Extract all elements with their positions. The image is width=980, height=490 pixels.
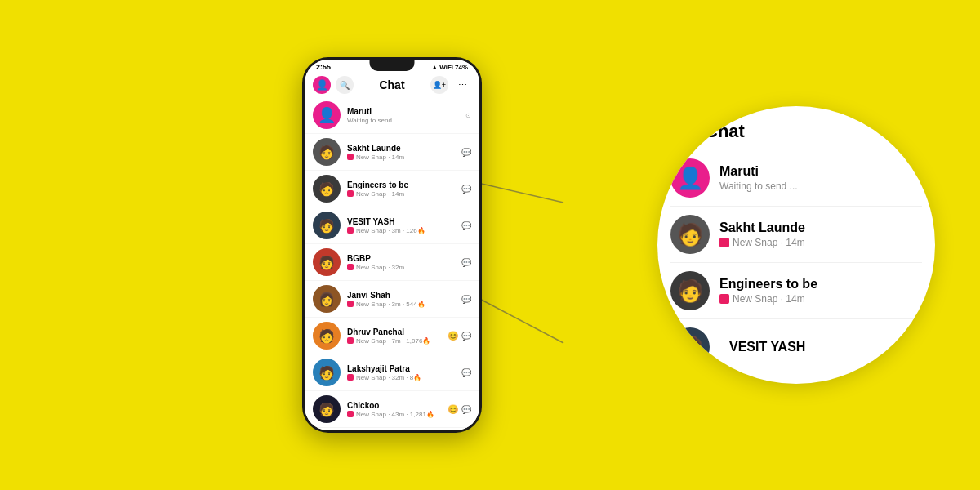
phone-screen: 2:55 ▲ WiFi 74% 👤 🔍 Chat 👤+ ⋯ [305, 60, 479, 430]
chat-sub: New Snap · 14m [347, 154, 461, 161]
zoom-info-engineers: Engineers to be New Snap · 14m [719, 277, 922, 305]
wifi-icon: WiFi [439, 64, 453, 71]
zoom-list: 👤 Maruti Waiting to send ... 🧑 Sakht Lau… [657, 150, 935, 384]
chat-item-maruti[interactable]: 👤 Maruti Waiting to send ... ⊙ [305, 97, 479, 134]
snap-badge [347, 227, 354, 234]
zoom-item-maruti[interactable]: 👤 Maruti Waiting to send ... [670, 150, 922, 207]
zoom-name: Engineers to be [719, 277, 922, 292]
chat-sub: New Snap · 7m · 1,076🔥 [347, 337, 448, 345]
avatar-chickoo: 🧑 [313, 395, 341, 423]
chat-item-dhruv[interactable]: 🧑 Dhruv Panchal New Snap · 7m · 1,076🔥 😊… [305, 318, 479, 354]
chat-name: VESIT YASH [347, 217, 461, 226]
chat-info-maruti: Maruti Waiting to send ... [347, 107, 466, 124]
chat-sub: Waiting to send ... [347, 117, 466, 124]
avatar-engineers: 🧑 [313, 175, 341, 203]
chat-info-dhruv: Dhruv Panchal New Snap · 7m · 1,076🔥 [347, 327, 448, 345]
chat-title: Chat [379, 78, 404, 91]
chat-name: Sakht Launde [347, 144, 461, 153]
chat-info-bgbp: BGBP New Snap · 32m [347, 254, 461, 271]
header-left: 👤 🔍 [313, 76, 354, 94]
chat-item-lakshya[interactable]: 🧑 Lakshyajit Patra New Snap · 32m · 8🔥 💬 [305, 354, 479, 391]
chat-item-chickoo[interactable]: 🧑 Chickoo New Snap · 43m · 1,281🔥 😊 💬 [305, 391, 479, 428]
zoom-header: 🔍 Chat [657, 106, 935, 150]
zoom-avatar-engineers: 🧑 [670, 271, 710, 310]
chat-right: 😊 💬 [448, 404, 471, 415]
emoji-icon: 😊 [448, 331, 459, 341]
chat-sub: New Snap · 3m · 126🔥 [347, 227, 461, 234]
zoom-search-icon[interactable]: 🔍 [674, 121, 695, 142]
signal-icon: ▲ [431, 64, 438, 71]
zoom-sub: New Snap · 14m [719, 293, 922, 305]
zoom-item-vesit-partial[interactable]: 🧑 VESIT YASH [670, 319, 922, 367]
chat-right: 💬 [461, 185, 471, 194]
snap-badge [347, 301, 354, 307]
status-icons: ▲ WiFi 74% [431, 64, 468, 71]
chat-bubble-icon: 💬 [461, 332, 471, 341]
chat-bubble-icon: 💬 [461, 368, 471, 377]
zoom-snap-badge [719, 294, 729, 304]
chat-sub: New Snap · 32m · 8🔥 [347, 374, 461, 381]
chat-name: BGBP [347, 254, 461, 263]
chat-right: 💬 [461, 221, 471, 230]
chat-right: 😊 💬 [448, 331, 471, 341]
snap-badge [347, 411, 354, 417]
chat-name: Lakshyajit Patra [347, 364, 461, 373]
chat-name: Engineers to be [347, 180, 461, 189]
chat-item-janvi[interactable]: 👩 Janvi Shah New Snap · 3m · 544🔥 💬 [305, 281, 479, 318]
more-options-icon[interactable]: ⋯ [453, 76, 471, 94]
zoom-info-maruti: Maruti Waiting to send ... [719, 164, 922, 192]
phone-body: 2:55 ▲ WiFi 74% 👤 🔍 Chat 👤+ ⋯ [302, 57, 482, 433]
snap-badge [347, 374, 354, 381]
avatar-dhruv: 🧑 [313, 322, 341, 350]
chat-info-engineers: Engineers to be New Snap · 14m [347, 180, 461, 198]
emoji-icon: 😊 [448, 404, 459, 415]
chat-bubble-icon: 💬 [461, 405, 471, 414]
chat-sub: New Snap · 14m [347, 190, 461, 198]
chat-item-vesit[interactable]: 🧑 VESIT YASH New Snap · 3m · 126🔥 💬 [305, 207, 479, 244]
snap-badge [347, 264, 354, 270]
zoom-avatar-sakht: 🧑 [670, 215, 710, 254]
avatar-bgbp: 🧑 [313, 248, 341, 276]
avatar-maruti: 👤 [313, 101, 341, 129]
chat-bubble-icon: 💬 [461, 185, 471, 194]
add-friend-icon[interactable]: 👤+ [430, 76, 448, 94]
phone-notch [370, 60, 415, 71]
zoom-sub: New Snap · 14m [719, 237, 922, 248]
chat-item-engineers[interactable]: 🧑 Engineers to be New Snap · 14m 💬 [305, 171, 479, 207]
zoom-avatar-maruti: 👤 [670, 158, 710, 198]
chat-right: 💬 [461, 148, 471, 157]
chat-bubble-icon: 💬 [461, 258, 471, 267]
status-time: 2:55 [316, 63, 331, 71]
snap-badge [347, 337, 354, 344]
chat-name: Janvi Shah [347, 291, 461, 300]
zoom-item-engineers[interactable]: 🧑 Engineers to be New Snap · 14m [670, 263, 922, 319]
zoom-title: Chat [705, 121, 745, 142]
avatar-icon[interactable]: 👤 [313, 76, 331, 94]
search-icon[interactable]: 🔍 [336, 76, 354, 94]
send-icon: ⊙ [466, 112, 471, 119]
chat-info-janvi: Janvi Shah New Snap · 3m · 544🔥 [347, 291, 461, 308]
chat-bubble-icon: 💬 [461, 295, 471, 304]
zoom-partial-name: VESIT YASH [729, 340, 805, 354]
snap-badge [347, 190, 354, 197]
chat-bubble-icon: 💬 [461, 148, 471, 157]
zoom-snap-badge [719, 238, 729, 247]
zoom-avatar-vesit-partial: 🧑 [670, 327, 710, 367]
chat-name: Chickoo [347, 401, 448, 410]
chat-name: Dhruv Panchal [347, 327, 448, 336]
chat-list: 👤 Maruti Waiting to send ... ⊙ 🧑 [305, 97, 479, 430]
chat-info-chickoo: Chickoo New Snap · 43m · 1,281🔥 [347, 401, 448, 418]
zoom-item-sakht[interactable]: 🧑 Sakht Launde New Snap · 14m [670, 207, 922, 263]
chat-info-lakshya: Lakshyajit Patra New Snap · 32m · 8🔥 [347, 364, 461, 381]
header-right: 👤+ ⋯ [430, 76, 471, 94]
avatar-lakshya: 🧑 [313, 359, 341, 386]
chat-sub: New Snap · 32m [347, 264, 461, 271]
chat-item-bgbp[interactable]: 🧑 BGBP New Snap · 32m 💬 [305, 244, 479, 281]
chat-item-sakht[interactable]: 🧑 Sakht Launde New Snap · 14m 💬 [305, 134, 479, 171]
zoom-circle: 🔍 Chat 👤 Maruti Waiting to send ... 🧑 Sa… [657, 106, 935, 384]
snap-badge [347, 154, 354, 160]
phone-mockup: 2:55 ▲ WiFi 74% 👤 🔍 Chat 👤+ ⋯ [302, 57, 482, 433]
app-header: 👤 🔍 Chat 👤+ ⋯ [305, 73, 479, 97]
chat-right: 💬 [461, 258, 471, 267]
chat-sub: New Snap · 3m · 544🔥 [347, 301, 461, 308]
